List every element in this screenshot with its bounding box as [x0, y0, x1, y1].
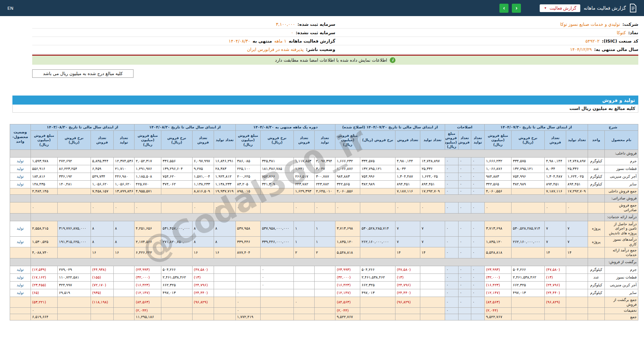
- value-cell: (۵۳,۲۲۱): [31, 297, 57, 308]
- value-cell: ۷: [566, 236, 588, 247]
- value-cell: ۰: [445, 289, 458, 297]
- value-cell: ۰: [471, 173, 484, 181]
- language-toggle[interactable]: EN: [7, 6, 13, 11]
- info-value: ۳,۱۰۰,۰۰۰: [276, 22, 295, 27]
- value-cell: ۱۳۹,۲۹۶,۶۰۴: [161, 165, 192, 173]
- column-header: تعداد تولید: [113, 130, 134, 150]
- value-cell: [113, 297, 134, 308]
- company-info-cell: سال مالی منتهی به:۱۴۰۴/۱۲/۲۹: [335, 47, 639, 52]
- value-cell: ۰: [113, 202, 134, 214]
- column-header: مبلغ فروش (میلیون ریال): [31, 130, 57, 150]
- value-cell: ۷: [420, 221, 445, 236]
- value-cell: ۰: [445, 181, 458, 188]
- company-info-cell: کد صنعت (ISIC):۵۴۹۲۰۲: [335, 39, 639, 44]
- value-cell: ۱۶,۸۴۶,۲۹۱: [214, 158, 235, 165]
- value-cell: ۴۴۶,۹۸۰: [113, 173, 134, 181]
- value-cell: ۱,۰۶۶,۸۷۶: [335, 165, 360, 173]
- value-cell: [512, 188, 545, 195]
- value-cell: [420, 266, 445, 274]
- status-cell: تولید: [10, 281, 31, 289]
- value-cell: ۲۷۱,۸۲۰,۷۵۰,۰۰۰: [161, 236, 192, 247]
- product-name-cell: جمع درآمد ارائه خدمات: [605, 247, 638, 258]
- value-cell: [113, 274, 134, 281]
- value-cell: ۱,۳۰۴,۴۸۷: [395, 173, 420, 181]
- value-cell: ۰: [293, 202, 314, 214]
- value-cell: ۲۷۲,۶۹۲: [57, 158, 91, 165]
- value-cell: ۷۵۲,۷۶۶: [260, 173, 293, 181]
- value-cell: [91, 314, 113, 320]
- value-cell: ۱,۹۲۴,۸۱۲: [214, 173, 235, 181]
- value-cell: ۵۳۱,۴۵۷,۰۰۰,۰۰۰: [161, 221, 192, 236]
- value-cell: ۰: [235, 289, 260, 297]
- value-cell: ۵,۵۴۸,۸۱۸: [484, 247, 511, 258]
- value-cell: ۷: [395, 236, 420, 247]
- value-cell: ۴,۰۶۰,۵۵۶: [335, 188, 360, 195]
- value-cell: ۶۶۲,۳۲۵: [512, 281, 545, 289]
- value-cell: ۵۳۷,۹۵۸: [235, 221, 260, 236]
- value-cell: (۲۳,۹۹۳): [134, 266, 161, 274]
- value-cell: ۰: [314, 202, 335, 214]
- value-cell: ۱,۳۰۴,۴۸۷: [545, 173, 566, 181]
- section-cell: [10, 195, 31, 202]
- value-cell: (۱۶,۴۲۳): [134, 281, 161, 289]
- value-cell: ۳۷۴,۰۶۲: [161, 181, 192, 188]
- value-cell: [395, 314, 420, 320]
- column-header: تعداد فروش: [91, 130, 113, 150]
- value-cell: (۱۳): [545, 274, 566, 281]
- table-row: جرمکیلوگرم۱۴,۷۴۸,۸۹۷۴,۹۸۰,۱۴۴۳۳۴,۵۷۵۱,۶۶…: [10, 158, 638, 165]
- value-cell: [214, 266, 235, 274]
- info-label: نماد:: [628, 30, 638, 35]
- value-cell: ۷: [395, 221, 420, 236]
- value-cell: ۴۲۵,۷۷۰: [134, 181, 161, 188]
- section-cell: [31, 195, 588, 202]
- value-cell: ۷,۱۸۷,۱۱۶: [545, 188, 566, 195]
- value-cell: ۷۵۴,۶۲۰: [161, 173, 192, 181]
- value-cell: (۹۳۵): [91, 289, 113, 297]
- value-cell: [91, 308, 113, 314]
- value-cell: ۲,۱۷۴,۵۶۶: [134, 236, 161, 247]
- value-cell: [113, 281, 134, 289]
- value-cell: ۱,۶۲۹,۳۹۳: [293, 188, 314, 195]
- value-cell: ۸: [214, 221, 235, 236]
- table-row: جمع۹,۵۲۲,۷۶۷۹,۵۲۲,۷۶۷۱,۷۷۲,۴۱۹۱۱,۲۹۵,۱۸۶…: [10, 314, 638, 320]
- value-cell: ۳۳۶,۱۹۲: [57, 173, 91, 181]
- value-cell: ۸۹۵,۰۱۵: [235, 188, 260, 195]
- value-cell: [360, 297, 395, 308]
- value-cell: [260, 308, 293, 314]
- column-header: تعداد فروش: [545, 130, 566, 150]
- value-cell: ۱,۶۶۶,۲۳۲: [335, 158, 360, 165]
- report-type-dropdown[interactable]: گزارش فعالیت ▼: [540, 4, 580, 12]
- value-cell: ۳۴۵,۳۸۱: [260, 158, 293, 165]
- unit-cell: کیلوگرم: [588, 289, 605, 297]
- value-cell: ۷: [545, 221, 566, 236]
- column-group-header: از ابتدای سال مالی تا تاریخ ۱۴۰۳/۰۸/۳۰: [31, 124, 134, 131]
- value-cell: ۰: [445, 188, 458, 195]
- value-cell: (۹۶,۸۲۹): [192, 297, 214, 308]
- value-cell: [214, 308, 235, 314]
- value-cell: ۲۵,۳۳۶: [420, 165, 445, 173]
- next-report-button[interactable]: ›: [512, 4, 521, 13]
- value-cell: [293, 314, 314, 320]
- column-header: تعداد تولید: [471, 130, 484, 150]
- table-row: جمع درآمد ارائه خدمات۱۴۱۴۵,۵۴۸,۸۱۸۰۰۰۱۴۱…: [10, 247, 638, 258]
- value-cell: ۴,۰۸۸,۷۴۰: [31, 247, 57, 258]
- value-cell: ۸: [214, 236, 235, 247]
- section-row: درآمد ارائه خدمات:: [10, 213, 638, 221]
- company-info-row: کد صنعت (ISIC):۵۴۹۲۰۲گزارش فعالیت ماهانه…: [32, 37, 638, 45]
- info-value: تولیدي و خدمات صنایع نسوز توکا: [560, 22, 620, 27]
- value-cell: (۴۷,۵۸۰): [395, 266, 420, 274]
- report-document-icon: [629, 4, 637, 12]
- value-cell: [293, 274, 314, 281]
- value-cell: ۰: [471, 274, 484, 281]
- prev-report-button[interactable]: ‹: [499, 4, 508, 13]
- info-label: شرکت:: [623, 22, 638, 27]
- value-cell: [293, 308, 314, 314]
- section-label-cell: درآمد ارائه خدمات:: [605, 213, 638, 221]
- chevron-down-icon: ▼: [544, 6, 547, 10]
- value-cell: (۲۳,۹۹۳): [484, 266, 511, 274]
- value-cell: ۱۴: [545, 247, 566, 258]
- table-row: قطعات نسوزعدد۲۵,۳۳۶۸,۰۳۴۱۳۲,۷۹۵,۱۲۱۱,۰۶۶…: [10, 165, 638, 173]
- value-cell: [113, 289, 134, 297]
- value-cell: [57, 188, 91, 195]
- value-cell: ۱,۱۸۵,۵۰۸: [134, 173, 161, 181]
